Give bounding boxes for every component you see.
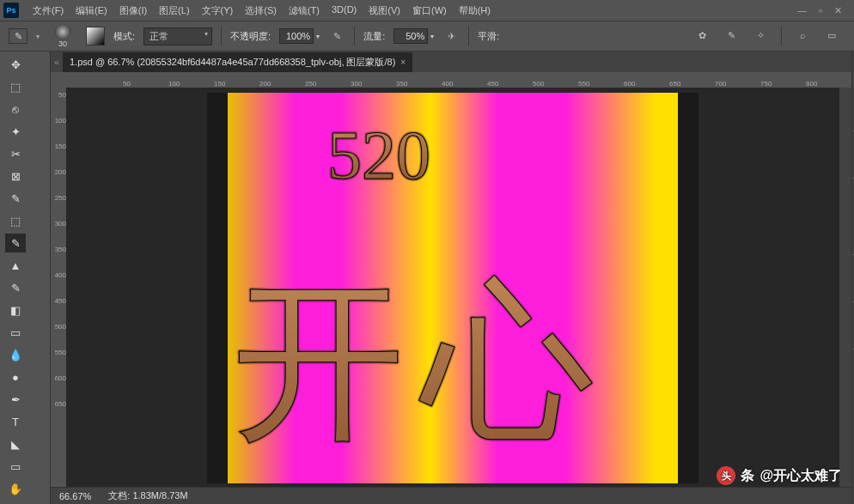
maximize-icon[interactable]: ▫ xyxy=(819,5,822,16)
path-tool[interactable]: ◣ xyxy=(5,434,26,453)
current-tool-icon[interactable]: ✎ xyxy=(9,28,27,44)
menu-file[interactable]: 文件(F) xyxy=(27,1,69,21)
menu-select[interactable]: 选择(S) xyxy=(240,1,282,21)
chevron-down-icon[interactable]: ▾ xyxy=(36,33,40,40)
stamp-tool[interactable]: ▲ xyxy=(5,256,26,275)
marquee-tool[interactable]: ⬚ xyxy=(5,77,26,96)
search-icon[interactable]: ⌕ xyxy=(794,27,811,44)
patch-tool[interactable]: ⬚ xyxy=(5,211,26,230)
menu-3d[interactable]: 3D(D) xyxy=(326,1,362,21)
menu-help[interactable]: 帮助(H) xyxy=(454,1,496,21)
minimize-icon[interactable]: — xyxy=(797,5,807,16)
pen-tool[interactable]: ✒ xyxy=(5,390,26,409)
gradient-tool[interactable]: ▭ xyxy=(5,323,26,342)
mode-label: 模式: xyxy=(113,30,135,43)
close-tab-icon[interactable]: × xyxy=(400,58,406,67)
frame-tool[interactable]: ⊠ xyxy=(5,167,26,185)
canvas-area[interactable]: 520 开心 xyxy=(66,88,839,487)
menu-window[interactable]: 窗口(W) xyxy=(407,1,452,21)
brush-panel-icon[interactable] xyxy=(86,27,105,46)
flow-input[interactable] xyxy=(393,28,428,44)
menu-layer[interactable]: 图层(L) xyxy=(154,1,194,21)
share-icon[interactable]: ▭ xyxy=(823,27,840,44)
pressure-opacity-icon[interactable]: ✎ xyxy=(328,27,345,45)
app-logo: Ps xyxy=(3,3,19,18)
document-tab[interactable]: 1.psd @ 66.7% (20855324bf6d4487a4e45a77d… xyxy=(63,52,412,72)
smooth-label: 平滑: xyxy=(478,30,499,43)
canvas-text-top: 520 xyxy=(327,117,430,195)
menu-edit[interactable]: 编辑(E) xyxy=(70,1,113,21)
eyedropper-tool[interactable]: ✎ xyxy=(5,189,26,208)
menu-filter[interactable]: 滤镜(T) xyxy=(284,1,325,21)
dodge-tool[interactable]: ● xyxy=(5,367,26,386)
ruler-vertical: 50100150200250300350400450500550600650 xyxy=(51,88,66,487)
hand-tool[interactable]: ✋ xyxy=(5,479,26,498)
tab-collapse-icon[interactable]: « xyxy=(51,57,63,67)
menu-image[interactable]: 图像(I) xyxy=(114,1,152,21)
doc-size[interactable]: 文档: 1.83M/8.73M xyxy=(108,489,187,502)
eraser-tool[interactable]: ◧ xyxy=(5,301,26,319)
opacity-label: 不透明度: xyxy=(230,30,271,43)
airbrush-icon[interactable]: ✈ xyxy=(442,27,460,45)
move-tool[interactable]: ✥ xyxy=(5,55,26,74)
brush-settings-icon[interactable]: ✎ xyxy=(723,27,740,44)
mode-dropdown[interactable]: 正常 xyxy=(143,27,212,46)
flow-label: 流量: xyxy=(363,30,385,43)
close-icon[interactable]: ✕ xyxy=(834,5,842,16)
canvas-text-bottom: 开心 xyxy=(233,247,611,479)
menu-view[interactable]: 视图(V) xyxy=(363,1,406,21)
opacity-input[interactable] xyxy=(279,28,314,44)
brush-preview[interactable]: 30 xyxy=(48,24,77,48)
lasso-tool[interactable]: ⎋ xyxy=(5,100,26,118)
brush-tool[interactable]: ✎ xyxy=(5,234,26,252)
scrollbar-vertical[interactable] xyxy=(839,88,851,487)
watermark: 头 条 @开心太难了 xyxy=(717,466,842,485)
history-brush-tool[interactable]: ✎ xyxy=(5,278,26,297)
menu-type[interactable]: 文字(Y) xyxy=(197,1,239,21)
blur-tool[interactable]: 💧 xyxy=(5,345,26,364)
butterfly-icon[interactable]: ✧ xyxy=(752,27,769,44)
magic-wand-tool[interactable]: ✦ xyxy=(5,122,26,141)
zoom-level[interactable]: 66.67% xyxy=(59,491,91,501)
main-menu: 文件(F) 编辑(E) 图像(I) 图层(L) 文字(Y) 选择(S) 滤镜(T… xyxy=(27,1,496,21)
tool-panel: ✥ ⬚ ⎋ ✦ ✂ ⊠ ✎ ⬚ ✎ ▲ ✎ ◧ ▭ 💧 ● ✒ T ◣ ▭ ✋ … xyxy=(0,52,51,504)
shape-tool[interactable]: ▭ xyxy=(5,457,26,476)
gear-icon[interactable]: ✿ xyxy=(693,27,711,44)
type-tool[interactable]: T xyxy=(5,412,26,431)
crop-tool[interactable]: ✂ xyxy=(5,144,26,163)
ruler-horizontal: 5010015020025030035040045050055060065070… xyxy=(51,72,851,88)
